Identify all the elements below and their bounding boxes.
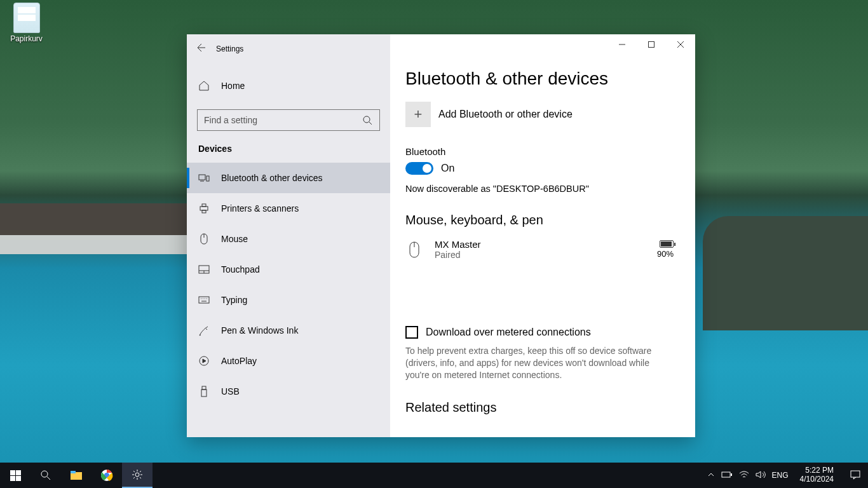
home-icon xyxy=(198,80,210,92)
tray-chevron-up-icon[interactable] xyxy=(707,471,715,480)
svg-rect-5 xyxy=(202,210,206,213)
nav-autoplay[interactable]: AutoPlay xyxy=(187,346,390,376)
svg-rect-12 xyxy=(649,42,654,48)
taskbar: ENG 5:22 PM 4/10/2024 xyxy=(0,463,868,488)
device-name: MX Master xyxy=(435,239,646,250)
metered-checkbox[interactable] xyxy=(405,326,418,339)
keyboard-icon xyxy=(198,294,210,306)
settings-main: Bluetooth & other devices + Add Bluetoot… xyxy=(390,34,695,437)
tray-wifi-icon[interactable] xyxy=(739,470,749,481)
tray-date: 4/10/2024 xyxy=(800,475,834,484)
tray-clock[interactable]: 5:22 PM 4/10/2024 xyxy=(795,466,839,484)
metered-help-text: To help prevent extra charges, keep this… xyxy=(405,345,672,381)
devices-icon xyxy=(198,172,210,184)
search-placeholder: Find a setting xyxy=(204,115,257,125)
window-title: Settings xyxy=(216,44,243,53)
mouse-icon xyxy=(405,244,423,255)
bluetooth-state: On xyxy=(441,163,454,174)
svg-rect-1 xyxy=(199,175,205,180)
nav-printers[interactable]: Printers & scanners xyxy=(187,193,390,224)
svg-point-14 xyxy=(41,471,48,477)
svg-point-19 xyxy=(135,473,139,477)
svg-rect-16 xyxy=(71,471,76,473)
device-status: Paired xyxy=(435,250,646,260)
add-device-label: Add Bluetooth or other device xyxy=(438,109,573,120)
bluetooth-toggle[interactable] xyxy=(405,162,433,175)
tray-battery-icon[interactable] xyxy=(721,471,733,480)
touchpad-icon xyxy=(198,264,210,275)
system-tray: ENG 5:22 PM 4/10/2024 xyxy=(707,466,868,484)
battery-percent: 90% xyxy=(657,249,674,259)
taskbar-search[interactable] xyxy=(31,463,61,488)
nav-mouse[interactable]: Mouse xyxy=(187,224,390,254)
nav-usb[interactable]: USB xyxy=(187,376,390,407)
svg-rect-2 xyxy=(207,176,209,181)
device-group-heading: Mouse, keyboard, & pen xyxy=(405,213,680,227)
tray-action-center-icon[interactable] xyxy=(845,470,865,482)
svg-rect-8 xyxy=(199,297,209,303)
nav-home-label: Home xyxy=(221,81,245,91)
sidebar-nav: Bluetooth & other devices Printers & sca… xyxy=(187,163,390,407)
minimize-button[interactable] xyxy=(607,34,637,55)
windows-icon xyxy=(10,470,21,481)
desktop-icon-recycle-bin[interactable]: Papirkurv xyxy=(3,0,50,43)
svg-rect-10 xyxy=(202,386,206,390)
nav-bluetooth[interactable]: Bluetooth & other devices xyxy=(187,163,390,193)
recycle-bin-icon xyxy=(13,3,40,33)
page-title: Bluetooth & other devices xyxy=(405,69,680,89)
settings-window: Settings Home Find a setting Devices Blu… xyxy=(187,34,695,437)
mouse-icon xyxy=(198,233,210,245)
svg-point-0 xyxy=(363,116,370,123)
maximize-button[interactable] xyxy=(637,34,666,55)
related-settings-heading: Related settings xyxy=(405,400,680,415)
metered-label: Download over metered connections xyxy=(426,327,591,338)
svg-rect-3 xyxy=(200,207,208,210)
svg-rect-11 xyxy=(201,390,207,396)
svg-rect-4 xyxy=(202,204,206,207)
nav-typing[interactable]: Typing xyxy=(187,285,390,315)
sidebar-section-label: Devices xyxy=(187,131,390,154)
tray-time: 5:22 PM xyxy=(800,466,834,475)
settings-sidebar: Settings Home Find a setting Devices Blu… xyxy=(187,34,390,437)
svg-rect-22 xyxy=(851,471,860,477)
nav-home[interactable]: Home xyxy=(187,71,390,100)
autoplay-icon xyxy=(198,355,210,367)
nav-touchpad[interactable]: Touchpad xyxy=(187,254,390,285)
back-button[interactable] xyxy=(187,43,216,55)
add-device-button[interactable]: + Add Bluetooth or other device xyxy=(405,102,680,127)
usb-icon xyxy=(198,386,210,397)
plus-icon: + xyxy=(405,102,431,127)
desktop-icon-label: Papirkurv xyxy=(3,34,50,43)
taskbar-explorer[interactable] xyxy=(61,463,92,488)
taskbar-chrome[interactable] xyxy=(92,463,122,488)
battery-icon xyxy=(660,240,674,248)
search-input[interactable]: Find a setting xyxy=(197,109,380,131)
printer-icon xyxy=(198,203,210,214)
pen-icon xyxy=(198,325,210,336)
svg-rect-20 xyxy=(722,472,730,477)
taskbar-settings[interactable] xyxy=(122,463,153,488)
start-button[interactable] xyxy=(0,463,31,488)
nav-pen[interactable]: Pen & Windows Ink xyxy=(187,315,390,346)
tray-volume-icon[interactable] xyxy=(756,470,766,481)
tray-language[interactable]: ENG xyxy=(772,471,789,480)
discoverable-text: Now discoverable as "DESKTOP-6B6DBUR" xyxy=(405,184,680,194)
bluetooth-label: Bluetooth xyxy=(405,146,680,157)
search-icon xyxy=(362,114,373,126)
svg-rect-21 xyxy=(731,473,732,476)
device-row[interactable]: MX Master Paired 90% xyxy=(405,236,680,262)
close-button[interactable] xyxy=(666,34,695,55)
